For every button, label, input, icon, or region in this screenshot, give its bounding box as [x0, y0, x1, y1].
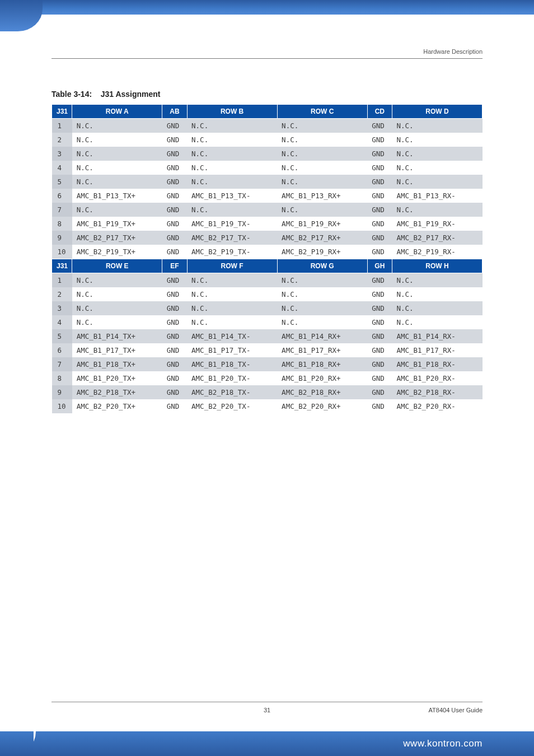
cell-c: AMC_B2_P17_RX+: [277, 231, 367, 245]
cell-j31: 3: [52, 301, 72, 315]
cell-b: AMC_B1_P19_TX-: [187, 217, 277, 231]
cell-a: AMC_B1_P13_TX+: [72, 189, 162, 203]
cell-ef: GND: [162, 371, 187, 385]
table-title-text: J31 Assignment: [101, 90, 161, 99]
cell-d: N.C.: [392, 133, 482, 147]
cell-b: N.C.: [187, 161, 277, 175]
footer-guide: AT8404 User Guide: [429, 707, 483, 713]
cell-f: AMC_B1_P17_TX-: [187, 343, 277, 357]
cell-j31: 1: [52, 119, 72, 133]
cell-j31: 6: [52, 189, 72, 203]
table-row: 7AMC_B1_P18_TX+GNDAMC_B1_P18_TX-AMC_B1_P…: [52, 357, 483, 371]
cell-gh: GND: [367, 273, 392, 288]
table-row: 9AMC_B2_P18_TX+GNDAMC_B2_P18_TX-AMC_B2_P…: [52, 385, 483, 399]
section-heading: Hardware Description: [423, 48, 483, 55]
cell-c: AMC_B1_P19_RX+: [277, 217, 367, 231]
cell-j31: 2: [52, 133, 72, 147]
cell-j31: 1: [52, 273, 72, 288]
cell-f: N.C.: [187, 301, 277, 315]
cell-ab: GND: [162, 231, 187, 245]
cell-f: N.C.: [187, 287, 277, 301]
cell-g: AMC_B1_P20_RX+: [277, 371, 367, 385]
cell-g: AMC_B1_P17_RX+: [277, 343, 367, 357]
table-row: 10AMC_B2_P20_TX+GNDAMC_B2_P20_TX-AMC_B2_…: [52, 399, 483, 413]
col-j31: J31: [52, 105, 72, 119]
cell-d: AMC_B2_P17_RX-: [392, 231, 482, 245]
cell-j31: 5: [52, 329, 72, 343]
cell-d: N.C.: [392, 161, 482, 175]
cell-cd: GND: [367, 245, 392, 259]
col-cd: CD: [367, 105, 392, 119]
table-row: 3N.C.GNDN.C.N.C.GNDN.C.: [52, 301, 483, 315]
cell-gh: GND: [367, 385, 392, 399]
cell-cd: GND: [367, 231, 392, 245]
cell-b: N.C.: [187, 175, 277, 189]
top-curve: [0, 15, 534, 35]
cell-e: AMC_B2_P20_TX+: [72, 399, 162, 413]
cell-c: N.C.: [277, 175, 367, 189]
cell-j31: 9: [52, 231, 72, 245]
cell-cd: GND: [367, 217, 392, 231]
cell-gh: GND: [367, 315, 392, 329]
cell-gh: GND: [367, 301, 392, 315]
table-row: 6AMC_B1_P13_TX+GNDAMC_B1_P13_TX-AMC_B1_P…: [52, 189, 483, 203]
cell-j31: 7: [52, 203, 72, 217]
cell-f: AMC_B1_P18_TX-: [187, 357, 277, 371]
table-row: 1N.C.GNDN.C.N.C.GNDN.C.: [52, 119, 483, 133]
cell-f: N.C.: [187, 315, 277, 329]
cell-cd: GND: [367, 161, 392, 175]
col-j31: J31: [52, 259, 72, 273]
cell-b: AMC_B2_P17_TX-: [187, 231, 277, 245]
cell-a: N.C.: [72, 161, 162, 175]
cell-g: N.C.: [277, 273, 367, 288]
table-row: 2N.C.GNDN.C.N.C.GNDN.C.: [52, 287, 483, 301]
content: Table 3-14: J31 Assignment J31 ROW A AB …: [51, 90, 483, 413]
cell-e: N.C.: [72, 273, 162, 288]
cell-c: N.C.: [277, 203, 367, 217]
cell-f: AMC_B2_P20_TX-: [187, 399, 277, 413]
col-ef: EF: [162, 259, 187, 273]
cell-d: AMC_B2_P19_RX-: [392, 245, 482, 259]
table-row: 5AMC_B1_P14_TX+GNDAMC_B1_P14_TX-AMC_B1_P…: [52, 329, 483, 343]
cell-d: N.C.: [392, 119, 482, 133]
cell-cd: GND: [367, 119, 392, 133]
cell-ab: GND: [162, 175, 187, 189]
cell-ab: GND: [162, 147, 187, 161]
cell-j31: 7: [52, 357, 72, 371]
cell-g: AMC_B2_P18_RX+: [277, 385, 367, 399]
footer-url: www.kontron.com: [403, 738, 483, 749]
table-row: 8AMC_B1_P20_TX+GNDAMC_B1_P20_TX-AMC_B1_P…: [52, 371, 483, 385]
cell-gh: GND: [367, 399, 392, 413]
cell-b: AMC_B1_P13_TX-: [187, 189, 277, 203]
cell-c: N.C.: [277, 161, 367, 175]
table-head-block1: J31 ROW A AB ROW B ROW C CD ROW D: [52, 105, 483, 119]
cell-ef: GND: [162, 357, 187, 371]
table-title-prefix: Table 3-14:: [51, 90, 92, 99]
cell-h: N.C.: [392, 273, 482, 288]
cell-cd: GND: [367, 203, 392, 217]
cell-gh: GND: [367, 343, 392, 357]
cell-ef: GND: [162, 287, 187, 301]
cell-j31: 6: [52, 343, 72, 357]
cell-h: N.C.: [392, 287, 482, 301]
cell-j31: 10: [52, 245, 72, 259]
table-row: 2N.C.GNDN.C.N.C.GNDN.C.: [52, 133, 483, 147]
cell-j31: 2: [52, 287, 72, 301]
cell-f: N.C.: [187, 273, 277, 288]
cell-j31: 4: [52, 161, 72, 175]
table-row: 4N.C.GNDN.C.N.C.GNDN.C.: [52, 315, 483, 329]
cell-b: N.C.: [187, 203, 277, 217]
cell-gh: GND: [367, 371, 392, 385]
cell-d: N.C.: [392, 175, 482, 189]
cell-j31: 4: [52, 315, 72, 329]
col-ab: AB: [162, 105, 187, 119]
cell-f: AMC_B2_P18_TX-: [187, 385, 277, 399]
table-title: Table 3-14: J31 Assignment: [51, 90, 483, 99]
col-row-e: ROW E: [72, 259, 162, 273]
cell-j31: 8: [52, 371, 72, 385]
cell-ef: GND: [162, 273, 187, 288]
cell-f: AMC_B1_P14_TX-: [187, 329, 277, 343]
cell-g: N.C.: [277, 315, 367, 329]
cell-e: AMC_B1_P20_TX+: [72, 371, 162, 385]
cell-d: AMC_B1_P19_RX-: [392, 217, 482, 231]
